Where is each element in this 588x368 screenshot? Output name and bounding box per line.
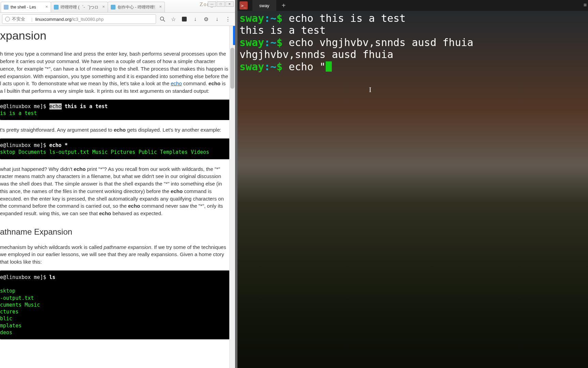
code-sample-echo-star: e@linuxbox me]$ echo * sktop Documents l… bbox=[0, 138, 230, 159]
tab-bilibili-creator[interactable]: 创作中心 - 哔哩哔哩弹幕 × bbox=[108, 2, 165, 12]
echo-man-link[interactable]: echo bbox=[171, 80, 182, 86]
tab-label: 创作中心 - 哔哩哔哩弹幕 bbox=[118, 4, 155, 10]
tab-label: the shell - Les bbox=[11, 5, 36, 10]
extension-dark-icon[interactable] bbox=[181, 16, 187, 22]
scroll-thumb[interactable] bbox=[230, 48, 234, 89]
window-maximize-button[interactable]: □ bbox=[217, 1, 225, 7]
tab-close-icon[interactable]: × bbox=[158, 5, 163, 9]
insecure-label: 不安全 bbox=[12, 16, 25, 22]
tab-label: 哔哩哔哩 (゜-゜)つロ 干 bbox=[61, 4, 98, 10]
terminal-tab-sway[interactable]: sway bbox=[252, 0, 276, 11]
tab-bilibili[interactable]: 哔哩哔哩 (゜-゜)つロ 干 × bbox=[51, 2, 108, 12]
terminal-body[interactable]: sway:~$ echo this is a test this is a te… bbox=[237, 11, 588, 368]
tab-close-icon[interactable]: × bbox=[45, 5, 49, 9]
address-bar-row: 不安全 | linuxcommand.org/lc3_lts0080.php ☆… bbox=[0, 13, 235, 26]
terminal-menu-icon[interactable]: ≡ bbox=[584, 2, 587, 8]
code-sample-ls: e@linuxbox me]$ ls sktop -output.txt cum… bbox=[0, 270, 230, 339]
zoom-icon[interactable] bbox=[159, 16, 166, 22]
text-cursor-ibeam-icon: I bbox=[369, 85, 371, 94]
page-viewport[interactable]: xpansion h time you type a command line … bbox=[0, 26, 235, 368]
url-host: linuxcommand.org bbox=[35, 17, 71, 22]
article-paragraph: t's pretty straightforward. Any argument… bbox=[0, 126, 230, 134]
article-paragraph: h time you type a command line and press… bbox=[0, 50, 230, 95]
window-splitter[interactable] bbox=[235, 0, 237, 368]
url-path: /lc3_lts0080.php bbox=[72, 17, 104, 22]
extension-gear-icon[interactable]: ⚙ bbox=[203, 16, 209, 22]
code-sample-echo-test: e@linuxbox me]$ echo this is a test is i… bbox=[0, 100, 230, 120]
page-heading: xpansion bbox=[0, 27, 230, 44]
tab-close-icon[interactable]: × bbox=[102, 5, 106, 9]
article-paragraph: what just happened? Why didn't echo prin… bbox=[0, 165, 230, 217]
bookmark-star-icon[interactable]: ☆ bbox=[170, 16, 176, 22]
svg-line-1 bbox=[164, 20, 165, 22]
window-close-button[interactable]: ✕ bbox=[226, 1, 234, 7]
window-minimize-button[interactable]: — bbox=[208, 1, 216, 7]
section-heading-pathname: athname Expansion bbox=[0, 226, 230, 238]
terminal-new-tab-icon[interactable]: + bbox=[282, 2, 286, 10]
insecure-site-badge[interactable]: 不安全 bbox=[5, 16, 25, 22]
tab-favicon-icon bbox=[111, 5, 115, 10]
download-arrow-icon[interactable]: ↓ bbox=[192, 16, 198, 22]
terminal-window: >_ sway + ≡ sway:~$ echo this is a test … bbox=[237, 0, 588, 368]
article-paragraph: mechanism by which wildcards work is cal… bbox=[0, 244, 230, 266]
terminal-cursor bbox=[326, 61, 332, 72]
address-bar[interactable]: 不安全 | linuxcommand.org/lc3_lts0080.php bbox=[2, 14, 156, 24]
tab-shell-lesson[interactable]: the shell - Les × bbox=[1, 2, 51, 12]
browser-menu-icon[interactable]: ⋮ bbox=[225, 16, 231, 22]
svg-point-0 bbox=[160, 17, 164, 20]
terminal-app-icon[interactable]: >_ bbox=[239, 1, 248, 10]
terminal-titlebar: >_ sway + ≡ bbox=[237, 0, 588, 11]
browser-window: Zong — □ ✕ the shell - Les × 哔哩哔哩 (゜-゜)つ… bbox=[0, 0, 235, 368]
vertical-scrollbar[interactable] bbox=[229, 26, 235, 368]
download-arrow-icon[interactable]: ↓ bbox=[214, 16, 220, 22]
tab-favicon-icon bbox=[54, 5, 59, 10]
tab-favicon-icon bbox=[4, 5, 9, 10]
article-body: xpansion h time you type a command line … bbox=[0, 27, 235, 339]
window-controls: — □ ✕ bbox=[208, 1, 234, 7]
toolbar-right: ☆ ↓ ⚙ ↓ ⋮ bbox=[159, 16, 231, 22]
